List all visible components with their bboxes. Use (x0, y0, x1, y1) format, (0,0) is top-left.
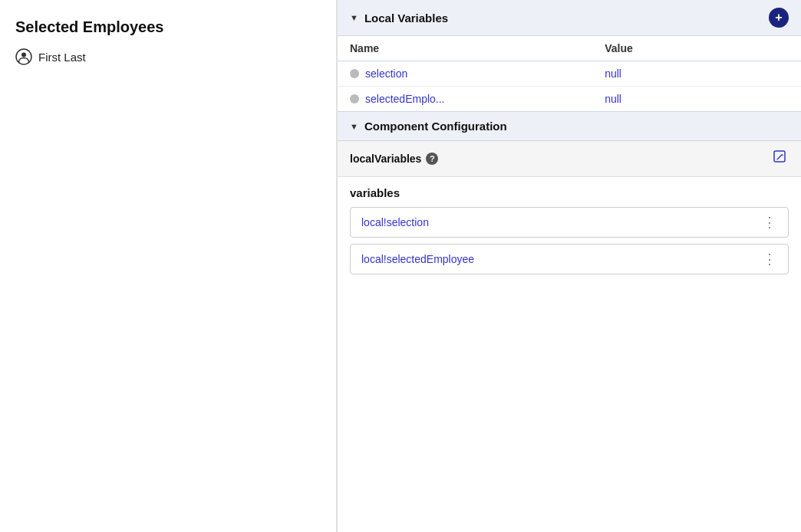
more-icon[interactable]: ⋮ (763, 252, 777, 266)
local-variables-title-group: ▼ Local Variables (350, 11, 448, 25)
table-cell-name: selectedEmplo... (338, 87, 592, 112)
local-variables-config-label: localVariables (350, 153, 421, 165)
var-dot-icon (350, 69, 359, 78)
local-variables-table: Name Value selection null selectedEmplo.… (338, 36, 801, 112)
variables-label: variables (350, 186, 789, 199)
local-variables-title: Local Variables (364, 11, 448, 25)
var-item-box: local!selection ⋮ (350, 207, 789, 238)
component-config-section-header: ▼ Component Configuration (338, 112, 801, 141)
variables-section: variables local!selection ⋮ local!select… (338, 177, 801, 290)
left-panel: Selected Employees First Last (0, 0, 338, 532)
comp-config-chevron-icon[interactable]: ▼ (350, 122, 358, 131)
right-panel: ▼ Local Variables + Name Value selection… (338, 0, 801, 532)
var-name-link[interactable]: selectedEmplo... (365, 93, 445, 105)
var-value-link[interactable]: null (605, 93, 621, 105)
employee-name: First Last (38, 51, 86, 64)
var-name-link[interactable]: selection (365, 67, 407, 80)
var-value-link[interactable]: null (605, 67, 621, 80)
var-item-link[interactable]: local!selectedEmployee (361, 253, 474, 265)
table-cell-name: selection (338, 61, 592, 87)
employee-row: First Last (15, 48, 321, 65)
edit-local-variables-button[interactable] (772, 149, 789, 169)
local-variables-config-label-group: localVariables ? (350, 153, 438, 165)
chevron-icon[interactable]: ▼ (350, 13, 358, 22)
table-row: selection null (338, 61, 801, 87)
table-row: selectedEmplo... null (338, 87, 801, 112)
local-variables-config-row: localVariables ? (338, 141, 801, 177)
component-config-title: Component Configuration (364, 120, 507, 133)
table-col-name: Name (338, 36, 592, 61)
var-item-box: local!selectedEmployee ⋮ (350, 244, 789, 274)
table-cell-value: null (592, 61, 801, 87)
table-col-value: Value (592, 36, 801, 61)
page-title: Selected Employees (15, 18, 321, 36)
avatar-icon (15, 48, 32, 65)
local-variables-section-header: ▼ Local Variables + (338, 0, 801, 36)
var-dot-icon (350, 94, 359, 103)
var-item-link[interactable]: local!selection (361, 216, 429, 228)
edit-icon (773, 150, 787, 164)
help-icon[interactable]: ? (426, 153, 438, 165)
svg-point-1 (21, 53, 26, 57)
var-items-container: local!selection ⋮ local!selectedEmployee… (350, 207, 789, 274)
more-icon[interactable]: ⋮ (763, 215, 777, 229)
table-cell-value: null (592, 87, 801, 112)
add-local-variable-button[interactable]: + (769, 8, 789, 28)
